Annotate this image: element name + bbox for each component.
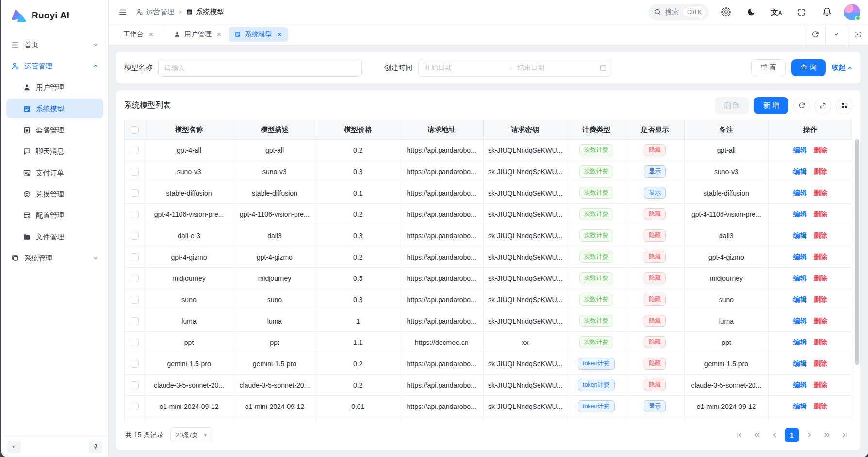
row-checkbox[interactable] [131, 232, 139, 240]
global-search[interactable]: 搜索 Ctrl K [648, 4, 709, 20]
breadcrumb-level1[interactable]: 运营管理 [136, 7, 174, 16]
edit-link[interactable]: 编辑 [793, 295, 807, 303]
tab-more-button[interactable] [825, 24, 847, 45]
model-name-input[interactable] [158, 59, 362, 77]
current-page-button[interactable]: 1 [785, 428, 799, 442]
row-checkbox[interactable] [131, 147, 139, 154]
tab-workbench[interactable]: 工作台✕ [117, 27, 160, 42]
sidebar-item-operations[interactable]: 运营管理 [6, 56, 103, 76]
visibility-badge[interactable]: 显示 [644, 187, 666, 199]
next-page-button[interactable] [802, 428, 817, 442]
scrollbar-thumb[interactable] [855, 139, 859, 365]
sidebar-item-user-mgmt[interactable]: 用户管理 [6, 78, 103, 97]
close-icon[interactable]: ✕ [216, 31, 222, 38]
row-checkbox[interactable] [131, 275, 139, 282]
language-toggle[interactable]: 文A [768, 4, 785, 20]
delete-link[interactable]: 删除 [814, 231, 827, 239]
edit-link[interactable]: 编辑 [793, 402, 807, 410]
edit-link[interactable]: 编辑 [793, 359, 807, 367]
sidebar-item-home[interactable]: 首页 [6, 35, 103, 54]
prev-page-button[interactable] [767, 428, 782, 442]
visibility-badge[interactable]: 隐藏 [644, 144, 666, 156]
logo[interactable]: Ruoyi AI [1, 0, 108, 33]
row-checkbox[interactable] [131, 253, 139, 261]
delete-link[interactable]: 删除 [814, 317, 827, 325]
query-button[interactable]: 查 询 [791, 59, 826, 76]
delete-link[interactable]: 删除 [814, 338, 827, 346]
row-checkbox[interactable] [131, 403, 139, 410]
visibility-badge[interactable]: 隐藏 [644, 379, 666, 391]
column-settings-button[interactable] [836, 98, 852, 114]
jump-forward-button[interactable] [819, 428, 834, 442]
delete-link[interactable]: 删除 [814, 381, 827, 389]
sidebar-item-package-mgmt[interactable]: 套餐管理 [6, 120, 103, 140]
visibility-badge[interactable]: 隐藏 [644, 358, 666, 370]
refresh-tab-button[interactable] [804, 24, 825, 45]
delete-button[interactable]: 删 除 [715, 97, 749, 114]
row-checkbox[interactable] [131, 381, 139, 389]
visibility-badge[interactable]: 隐藏 [644, 229, 666, 242]
edit-link[interactable]: 编辑 [793, 317, 807, 325]
collapse-filter-link[interactable]: 收起 [832, 63, 852, 72]
delete-link[interactable]: 删除 [814, 167, 827, 175]
user-avatar[interactable] [844, 4, 860, 20]
edit-link[interactable]: 编辑 [793, 338, 807, 346]
edit-link[interactable]: 编辑 [793, 167, 807, 175]
first-page-button[interactable] [732, 428, 747, 442]
sidebar-item-system-model[interactable]: 系统模型 [6, 99, 103, 118]
visibility-badge[interactable]: 隐藏 [644, 315, 666, 327]
tab-system-model[interactable]: 系统模型✕ [229, 27, 288, 42]
row-checkbox[interactable] [131, 211, 139, 218]
fullscreen-button[interactable] [793, 4, 810, 20]
row-checkbox[interactable] [131, 317, 139, 325]
delete-link[interactable]: 删除 [814, 146, 827, 154]
sidebar-item-config-mgmt[interactable]: 配置管理 [6, 206, 103, 225]
close-icon[interactable]: ✕ [277, 31, 282, 38]
edit-link[interactable]: 编辑 [793, 381, 807, 389]
row-checkbox[interactable] [131, 168, 139, 176]
edit-link[interactable]: 编辑 [793, 146, 807, 154]
visibility-badge[interactable]: 隐藏 [644, 272, 666, 284]
visibility-badge[interactable]: 显示 [644, 165, 666, 178]
row-checkbox[interactable] [131, 360, 139, 368]
select-all-checkbox[interactable] [131, 126, 139, 134]
row-checkbox[interactable] [131, 189, 139, 197]
delete-link[interactable]: 删除 [814, 253, 827, 261]
table-fullscreen-button[interactable] [815, 98, 831, 114]
dark-mode-toggle[interactable] [743, 4, 759, 20]
sidebar-item-chat-messages[interactable]: 聊天消息 [6, 142, 103, 161]
sidebar-pin-button[interactable] [89, 441, 102, 453]
date-range-picker[interactable]: 开始日期 → 结束日期 [418, 59, 612, 77]
visibility-badge[interactable]: 显示 [644, 400, 666, 412]
sidebar-item-file-mgmt[interactable]: 文件管理 [6, 227, 103, 246]
visibility-badge[interactable]: 隐藏 [644, 336, 666, 348]
delete-link[interactable]: 删除 [814, 189, 827, 196]
delete-link[interactable]: 删除 [814, 402, 827, 410]
delete-link[interactable]: 删除 [814, 210, 827, 218]
reset-button[interactable]: 重 置 [751, 59, 786, 76]
sidebar-item-exchange-mgmt[interactable]: 兑换管理 [6, 184, 103, 204]
edit-link[interactable]: 编辑 [793, 274, 807, 282]
add-button[interactable]: 新 增 [754, 97, 788, 114]
sidebar-item-payment-orders[interactable]: 支付订单 [6, 163, 103, 182]
last-page-button[interactable] [837, 428, 852, 442]
row-checkbox[interactable] [131, 296, 139, 304]
page-size-select[interactable]: 20条/页 ▼ [170, 427, 213, 442]
sidebar-collapse-button[interactable]: « [7, 441, 21, 453]
delete-link[interactable]: 删除 [814, 295, 827, 303]
content-fullscreen-button[interactable] [847, 24, 868, 45]
row-checkbox[interactable] [131, 339, 139, 346]
delete-link[interactable]: 删除 [814, 359, 827, 367]
edit-link[interactable]: 编辑 [793, 189, 807, 196]
jump-back-button[interactable] [750, 428, 764, 442]
notifications-button[interactable] [819, 4, 835, 20]
visibility-badge[interactable]: 隐藏 [644, 294, 666, 306]
edit-link[interactable]: 编辑 [793, 210, 807, 218]
hamburger-menu-icon[interactable] [115, 4, 131, 20]
sidebar-item-system-mgmt[interactable]: 系统管理 [6, 248, 103, 268]
settings-button[interactable] [718, 4, 734, 20]
edit-link[interactable]: 编辑 [793, 231, 807, 239]
visibility-badge[interactable]: 隐藏 [644, 208, 666, 220]
close-icon[interactable]: ✕ [148, 31, 154, 38]
delete-link[interactable]: 删除 [814, 274, 827, 282]
